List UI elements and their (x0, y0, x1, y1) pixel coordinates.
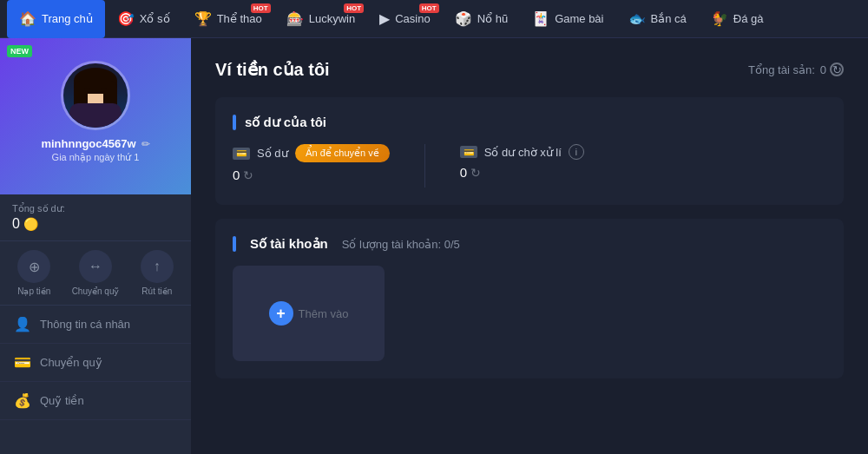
balance-label: Tổng số dư: (12, 203, 179, 214)
menu-label-thong-tin: Thông tin cá nhân (40, 318, 130, 331)
so-du-cho-xu-li-label: Số dư chờ xử lí (484, 146, 562, 159)
nav-label-casino: Casino (395, 12, 430, 25)
chuyen-quy-label: Chuyển quỹ (72, 286, 120, 296)
rut-tien-label: Rút tiền (141, 286, 172, 296)
so-du-cho-xu-li-value: 0 (460, 165, 467, 180)
accounts-count-label: Số lượng tài khoản: 0/5 (342, 238, 460, 251)
nap-tien-icon: ⊕ (29, 259, 40, 275)
chuyen-quy-icon: ↔ (89, 259, 102, 274)
casino-icon: ▶ (379, 10, 390, 27)
nap-tien-button[interactable]: ⊕ Nạp tiền (17, 250, 50, 296)
sidebar-balance-value: 0 (12, 216, 20, 232)
edit-icon[interactable]: ✏ (141, 138, 150, 150)
avatar (61, 61, 130, 130)
coin-icon: 🟡 (23, 217, 38, 231)
accounts-title: Số tài khoản (250, 236, 328, 252)
so-du-cho-xu-li-spin-icon[interactable]: ↻ (470, 166, 481, 180)
hot-badge-the-thao: HOT (251, 3, 271, 13)
accounts-section-bar (233, 236, 236, 252)
so-du-cho-xu-li-header: 💳 Số dư chờ xử lí i (460, 144, 584, 160)
rut-tien-button[interactable]: ↑ Rút tiền (141, 250, 174, 296)
lottery-icon: 🎯 (117, 10, 135, 27)
nav-item-no-hu[interactable]: 🎲 Nổ hũ (443, 0, 520, 38)
balance-cards: 💳 Số dư Ẩn để chuyển về 0 ↻ 💳 Số dư (233, 144, 826, 188)
accounts-section: Số tài khoản Số lượng tài khoản: 0/5 + T… (215, 219, 844, 378)
nav-label-da-ga: Đá gà (733, 12, 764, 25)
nav-item-xo-so[interactable]: 🎯 Xổ số (105, 0, 182, 38)
profile-card: NEW minhnngoc4567w (0, 38, 191, 194)
nap-tien-icon-circle: ⊕ (17, 250, 50, 283)
nav-label-ban-ca: Bắn cá (651, 12, 687, 25)
plus-icon: + (269, 301, 293, 326)
sidebar-balance: Tổng số dư: 0 🟡 (0, 194, 191, 241)
nav-label-luckywin: Luckywin (309, 12, 355, 25)
total-assets-value: 0 ↻ (820, 63, 844, 76)
rut-tien-icon-circle: ↑ (141, 250, 174, 283)
navbar: 🏠 Trang chủ 🎯 Xổ số 🏆 Thể thao HOT 🎰 Luc… (0, 0, 868, 38)
accounts-header: Số tài khoản Số lượng tài khoản: 0/5 (233, 236, 826, 252)
so-du-title: số dư của tôi (245, 115, 326, 130)
chuyen-quy-icon-circle: ↔ (79, 250, 112, 283)
section-bar (233, 115, 236, 130)
jackpot-icon: 🎲 (455, 10, 472, 27)
layout: NEW minhnngoc4567w (0, 38, 868, 454)
nap-tien-label: Nạp tiền (17, 286, 50, 296)
menu-item-chuyen-quy[interactable]: 💳 Chuyển quỹ (0, 344, 191, 382)
so-du-section: số dư của tôi 💳 Số dư Ẩn để chuyển về 0 … (215, 97, 844, 205)
menu-item-thong-tin[interactable]: 👤 Thông tin cá nhân (0, 306, 191, 344)
sidebar: NEW minhnngoc4567w (0, 38, 191, 454)
sidebar-actions: ⊕ Nạp tiền ↔ Chuyển quỹ ↑ Rút tiền (0, 241, 191, 306)
sports-icon: 🏆 (194, 10, 212, 27)
add-account-button[interactable]: + Thêm vào (233, 266, 385, 361)
so-du-spin-icon[interactable]: ↻ (243, 168, 253, 182)
so-du-cho-xu-li-amount: 0 ↻ (460, 165, 584, 180)
nav-label-no-hu: Nổ hũ (477, 12, 508, 25)
rut-tien-icon: ↑ (154, 259, 161, 274)
vertical-divider (424, 144, 425, 188)
wallet-icon: 💳 (233, 148, 250, 160)
join-date: Gia nhập ngày thứ 1 (52, 152, 140, 163)
new-badge: NEW (7, 45, 32, 57)
nav-label-xo-so: Xổ số (140, 12, 170, 25)
menu-label-quy-tien: Quỹ tiền (40, 394, 84, 407)
nav-item-ban-ca[interactable]: 🐟 Bắn cá (616, 0, 699, 38)
sidebar-menu: 👤 Thông tin cá nhân 💳 Chuyển quỹ 💰 Quỹ t… (0, 306, 191, 454)
fish-icon: 🐟 (628, 10, 646, 27)
menu-item-quy-tien[interactable]: 💰 Quỹ tiền (0, 382, 191, 420)
nav-item-luckywin[interactable]: 🎰 Luckywin HOT (274, 0, 367, 38)
nav-item-game-bai[interactable]: 🃏 Game bài (520, 0, 615, 38)
wallet-pending-icon: 💳 (460, 146, 477, 158)
nav-item-casino[interactable]: ▶ Casino HOT (367, 0, 442, 38)
so-du-title-row: số dư của tôi (233, 115, 826, 130)
nav-item-da-ga[interactable]: 🐓 Đá gà (699, 0, 776, 38)
so-du-value: 0 (233, 168, 240, 182)
nav-label-game-bai: Game bài (555, 12, 603, 25)
luckywin-icon: 🎰 (286, 10, 304, 27)
hot-badge-luckywin: HOT (344, 3, 364, 13)
total-assets-label: Tổng tài sản: (748, 63, 815, 76)
balance-card-so-du: 💳 Số dư Ẩn để chuyển về 0 ↻ (233, 144, 390, 182)
add-account-label: Thêm vào (299, 307, 349, 320)
add-account-content: + Thêm vào (269, 301, 349, 326)
username-row: minhnngoc4567w ✏ (41, 137, 149, 150)
menu-label-chuyen-quy: Chuyển quỹ (40, 356, 102, 369)
nav-item-the-thao[interactable]: 🏆 Thể thao HOT (182, 0, 274, 38)
cock-icon: 🐓 (711, 10, 728, 27)
so-du-header: 💳 Số dư Ẩn để chuyển về (233, 144, 390, 162)
username: minhnngoc4567w (41, 137, 135, 150)
balance-card-so-du-cho-xu-li: 💳 Số dư chờ xử lí i 0 ↻ (460, 144, 584, 180)
nav-label-the-thao: Thể thao (217, 12, 262, 25)
nav-item-trang-chu[interactable]: 🏠 Trang chủ (7, 0, 105, 38)
so-du-amount: 0 ↻ (233, 168, 390, 182)
nav-label-trang-chu: Trang chủ (42, 12, 93, 25)
transfer-button[interactable]: Ẩn để chuyển về (295, 144, 390, 162)
info-icon[interactable]: i (569, 144, 584, 160)
hot-badge-casino: HOT (419, 3, 439, 13)
refresh-icon[interactable]: ↻ (830, 63, 844, 76)
user-icon: 👤 (14, 316, 31, 332)
chuyen-quy-button[interactable]: ↔ Chuyển quỹ (72, 250, 120, 296)
transfer-icon: 💳 (14, 354, 31, 371)
fund-icon: 💰 (14, 392, 31, 409)
main-content: Ví tiền của tôi Tổng tài sản: 0 ↻ số dư … (191, 38, 868, 454)
page-title: Ví tiền của tôi (215, 59, 330, 80)
